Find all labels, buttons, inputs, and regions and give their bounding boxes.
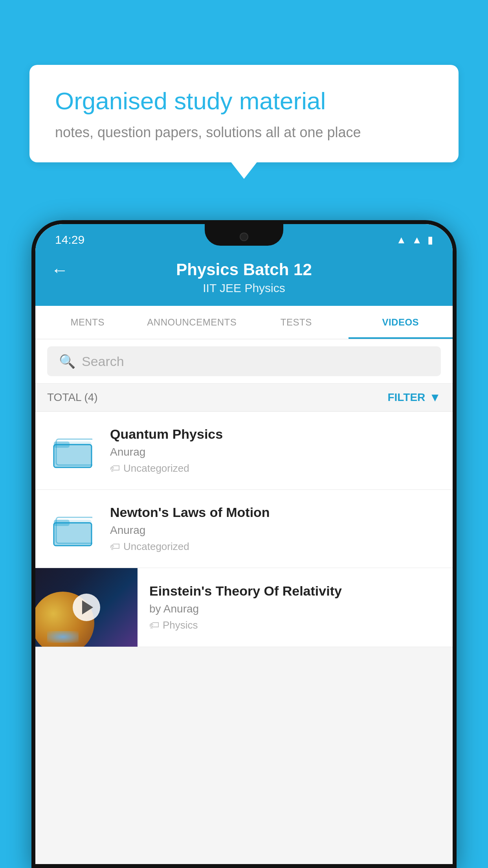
wifi-icon: ▲ (396, 234, 407, 246)
filter-icon: ▼ (429, 391, 441, 404)
tag-icon: 🏷 (110, 462, 120, 474)
list-item[interactable]: Quantum Physics Anurag 🏷 Uncategorized (35, 412, 453, 490)
signal-icon: ▲ (412, 234, 422, 246)
video-info-1: Quantum Physics Anurag 🏷 Uncategorized (110, 427, 441, 474)
filter-button[interactable]: FILTER ▼ (387, 391, 441, 404)
video-thumbnail-3 (35, 568, 138, 647)
filter-label: FILTER (387, 391, 425, 404)
header-subtitle: IIT JEE Physics (203, 281, 285, 295)
tab-announcements[interactable]: ANNOUNCEMENTS (140, 306, 244, 339)
camera-icon (240, 232, 248, 241)
video-author-3: by Anurag (149, 603, 441, 615)
total-label: TOTAL (4) (47, 391, 98, 404)
speech-bubble: Organised study material notes, question… (29, 65, 459, 162)
list-item[interactable]: Einstein's Theory Of Relativity by Anura… (35, 568, 453, 647)
video-tag-3: 🏷 Physics (149, 619, 441, 631)
header-title: Physics Batch 12 (176, 260, 312, 279)
video-info-2: Newton's Laws of Motion Anurag 🏷 Uncateg… (110, 505, 441, 553)
play-triangle-icon (82, 600, 93, 614)
play-button[interactable] (73, 594, 100, 621)
phone-inner: 14:29 ▲ ▲ ▮ ← Physics Batch 12 IIT JEE P… (35, 224, 453, 864)
tag-label-1: Uncategorized (123, 462, 189, 474)
video-author-1: Anurag (110, 446, 441, 458)
tag-label-2: Uncategorized (123, 541, 189, 553)
back-button[interactable]: ← (51, 260, 68, 280)
video-tag-1: 🏷 Uncategorized (110, 462, 441, 474)
video-title-3: Einstein's Theory Of Relativity (149, 583, 441, 599)
bubble-title: Organised study material (55, 86, 433, 116)
search-bar[interactable]: 🔍 Search (47, 346, 441, 376)
phone-notch (205, 224, 283, 246)
video-title-1: Quantum Physics (110, 427, 441, 442)
app-header: ← Physics Batch 12 IIT JEE Physics (35, 252, 453, 306)
search-bar-container: 🔍 Search (35, 339, 453, 384)
folder-icon (53, 511, 92, 546)
tabs-container: MENTS ANNOUNCEMENTS TESTS VIDEOS (35, 306, 453, 339)
video-tag-2: 🏷 Uncategorized (110, 541, 441, 553)
tag-icon: 🏷 (110, 541, 120, 553)
bubble-subtitle: notes, question papers, solutions all at… (55, 124, 433, 141)
video-list: Quantum Physics Anurag 🏷 Uncategorized (35, 412, 453, 647)
tab-videos[interactable]: VIDEOS (349, 306, 453, 339)
tab-ments[interactable]: MENTS (35, 306, 140, 339)
tag-icon: 🏷 (149, 619, 160, 631)
status-icons: ▲ ▲ ▮ (396, 234, 433, 246)
list-item[interactable]: Newton's Laws of Motion Anurag 🏷 Uncateg… (35, 490, 453, 568)
video-info-3: Einstein's Theory Of Relativity by Anura… (149, 583, 441, 631)
tab-tests[interactable]: TESTS (244, 306, 349, 339)
phone-frame: 14:29 ▲ ▲ ▮ ← Physics Batch 12 IIT JEE P… (31, 220, 457, 868)
filter-bar: TOTAL (4) FILTER ▼ (35, 384, 453, 412)
video-thumb-2 (47, 507, 98, 550)
search-icon: 🔍 (59, 353, 75, 369)
glow-decoration (47, 631, 79, 643)
folder-icon (53, 433, 92, 468)
video-thumb-1 (47, 429, 98, 472)
status-time: 14:29 (55, 233, 84, 246)
battery-icon: ▮ (427, 234, 433, 246)
search-input[interactable]: Search (82, 354, 124, 369)
tag-label-3: Physics (163, 619, 198, 631)
video-title-2: Newton's Laws of Motion (110, 505, 441, 520)
video-author-2: Anurag (110, 524, 441, 537)
